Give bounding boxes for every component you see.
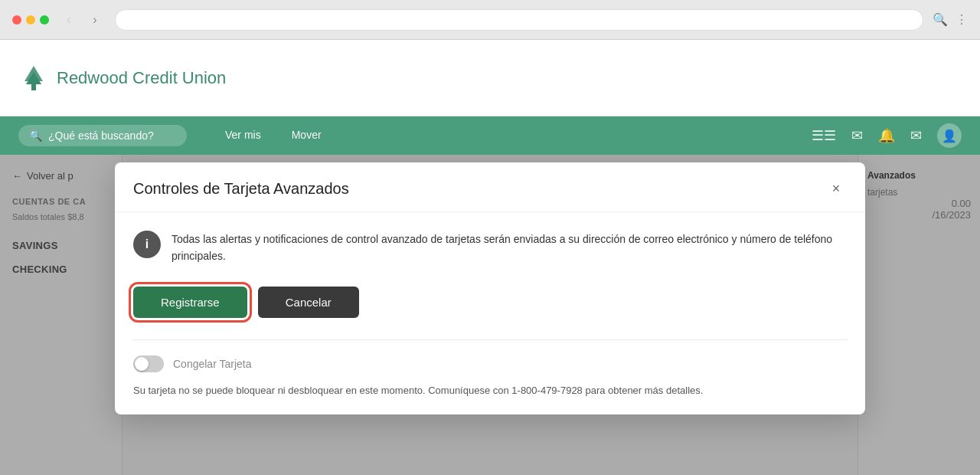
- freeze-card-row: Congelar Tarjeta: [133, 355, 847, 372]
- search-icon-nav: 🔍: [29, 129, 42, 142]
- freeze-label: Congelar Tarjeta: [173, 358, 251, 370]
- traffic-light-red[interactable]: [12, 15, 21, 25]
- back-button[interactable]: ‹: [58, 9, 80, 31]
- modal-overlay: Controles de Tarjeta Avanzados × i Todas…: [0, 155, 980, 475]
- logo-area: Redwood Credit Union: [18, 63, 226, 93]
- modal-buttons: Registrarse Cancelar: [133, 287, 847, 318]
- cards-icon[interactable]: ☰☰: [812, 127, 836, 144]
- search-placeholder: ¿Qué está buscando?: [48, 129, 154, 142]
- cancel-button[interactable]: Cancelar: [258, 287, 359, 318]
- search-bar-container[interactable]: 🔍 ¿Qué está buscando?: [18, 125, 187, 146]
- nav-items: Ver mis Mover: [210, 116, 337, 155]
- nav-item-mover[interactable]: Mover: [276, 116, 337, 155]
- mail-icon[interactable]: ✉: [910, 127, 922, 144]
- avatar[interactable]: 👤: [937, 123, 962, 148]
- logo-text: Redwood Credit Union: [57, 68, 226, 88]
- nav-right: ☰☰ ✉ 🔔 ✉ 👤: [812, 123, 962, 148]
- traffic-lights: [12, 15, 49, 25]
- modal-title: Controles de Tarjeta Avanzados: [133, 180, 349, 198]
- modal-close-button[interactable]: ×: [825, 178, 847, 199]
- browser-chrome: ‹ › 🔍 ⋮: [0, 0, 980, 40]
- nav-bar: 🔍 ¿Qué está buscando? Ver mis Mover ☰☰ ✉…: [0, 116, 980, 155]
- traffic-light-green[interactable]: [40, 15, 49, 25]
- traffic-light-yellow[interactable]: [26, 15, 35, 25]
- modal-body: i Todas las alertas y notificaciones de …: [115, 212, 865, 414]
- search-icon: 🔍: [933, 12, 948, 27]
- info-icon: i: [133, 231, 161, 258]
- forward-button[interactable]: ›: [84, 9, 106, 31]
- content-area: ← Volver al p Cuentas de ca Saldos total…: [0, 155, 980, 475]
- info-text: Todas las alertas y notificaciones de co…: [172, 231, 847, 265]
- menu-icon[interactable]: ⋮: [956, 12, 968, 27]
- envelope-icon[interactable]: ✉: [851, 127, 863, 144]
- logo-icon: [18, 63, 49, 93]
- app-background: Redwood Credit Union 🔍 ¿Qué está buscand…: [0, 40, 980, 475]
- freeze-description: Su tarjeta no se puede bloquear ni desbl…: [133, 383, 847, 399]
- browser-icons: 🔍 ⋮: [933, 12, 968, 27]
- bell-icon[interactable]: 🔔: [878, 127, 895, 144]
- info-box: i Todas las alertas y notificaciones de …: [133, 231, 847, 265]
- avatar-icon: 👤: [942, 129, 957, 143]
- app-header: Redwood Credit Union: [0, 40, 980, 116]
- modal-header: Controles de Tarjeta Avanzados ×: [115, 162, 865, 212]
- register-button[interactable]: Registrarse: [133, 287, 247, 318]
- svg-rect-2: [31, 84, 36, 90]
- address-bar[interactable]: [115, 9, 923, 31]
- nav-item-ver-mis[interactable]: Ver mis: [210, 116, 276, 155]
- nav-buttons: ‹ ›: [58, 9, 106, 31]
- freeze-toggle[interactable]: [133, 355, 164, 372]
- modal: Controles de Tarjeta Avanzados × i Todas…: [115, 162, 865, 414]
- divider: [133, 339, 847, 340]
